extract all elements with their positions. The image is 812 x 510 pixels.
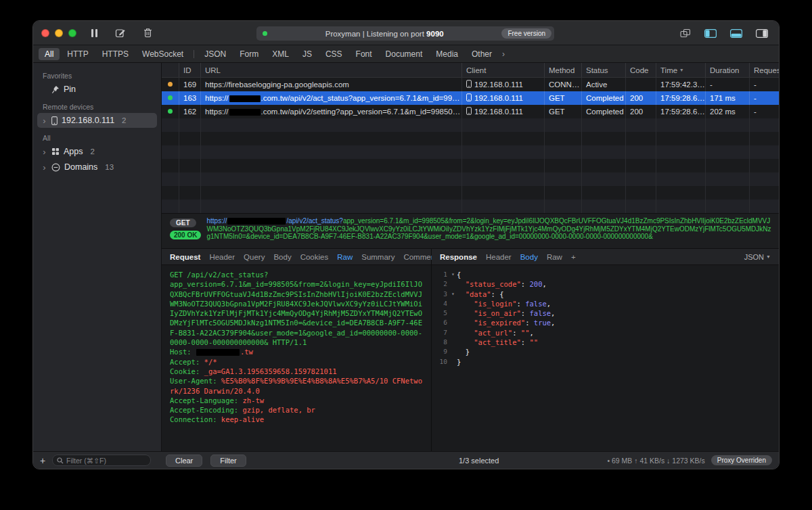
sidebar-filter-field[interactable]	[52, 455, 151, 466]
header-value: _ga=GA1.3.1956359658.1597821011	[204, 367, 337, 375]
response-tab-body[interactable]: Body	[520, 253, 538, 261]
request-tab-summary[interactable]: Summary	[361, 253, 394, 261]
response-tab-add[interactable]: +	[571, 253, 576, 261]
main-area: IDURLClientMethodStatusCodeTime▾Duration…	[162, 63, 779, 451]
filter-input[interactable]	[66, 457, 146, 465]
header-name: Connection:	[170, 415, 221, 423]
header-name: Accept-Encoding:	[170, 406, 242, 414]
toggle-right-panel-icon[interactable]	[756, 29, 768, 38]
minimize-window-button[interactable]	[55, 29, 63, 37]
device-count-badge: 2	[122, 116, 126, 124]
format-selector-dropdown[interactable]: JSON▼	[744, 253, 771, 261]
selection-info: 1/3 selected	[459, 457, 499, 465]
filter-button[interactable]: Filter	[210, 455, 246, 467]
sidebar-item-apps[interactable]: › Apps 2	[37, 144, 157, 159]
status-code-badge: 200 OK	[170, 231, 201, 239]
table-row-162[interactable]: 162https://.com.tw/api/v2/setting?app_ve…	[162, 105, 779, 118]
table-row-169[interactable]: 169https://firebaselogging-pa.googleapis…	[162, 78, 779, 91]
line-number: 1	[434, 270, 449, 279]
toggle-bottom-panel-icon[interactable]	[730, 29, 742, 38]
filter-tab-form[interactable]: Form	[233, 48, 265, 60]
column-header-time[interactable]: Time▾	[656, 63, 706, 77]
request-tab-request[interactable]: Request	[170, 253, 200, 261]
column-header-status[interactable]: Status	[582, 63, 626, 77]
filter-tab-websocket[interactable]: WebSocket	[136, 48, 189, 60]
request-tab-raw[interactable]: Raw	[337, 253, 353, 261]
column-header-client[interactable]: Client	[462, 63, 545, 77]
sidebar-item-pin[interactable]: Pin	[37, 82, 157, 97]
sidebar-item-domains[interactable]: › Domains 13	[37, 160, 157, 175]
request-tab-header[interactable]: Header	[209, 253, 235, 261]
collapse-arrow-icon[interactable]: ▾	[449, 289, 457, 299]
json-token: :	[521, 338, 530, 347]
column-header-id[interactable]: ID	[179, 63, 201, 77]
request-tab-body[interactable]: Body	[273, 253, 291, 261]
filter-tab-font[interactable]: Font	[350, 48, 378, 60]
column-header-method[interactable]: Method	[545, 63, 582, 77]
filter-tab-https[interactable]: HTTPS	[96, 48, 135, 60]
response-tab-response[interactable]: Response	[440, 253, 477, 261]
status-dot-cell	[162, 105, 179, 118]
filter-tab-document[interactable]: Document	[380, 48, 429, 60]
pin-label: Pin	[64, 85, 76, 94]
table-empty-row	[162, 172, 779, 186]
column-header-request[interactable]: Request	[750, 63, 779, 77]
row-url: https://firebaselogging-pa.googleapis.co…	[201, 78, 462, 91]
close-window-button[interactable]	[41, 29, 49, 37]
pause-capture-icon[interactable]	[91, 29, 97, 37]
gutter-spacer	[449, 308, 457, 318]
column-header-url[interactable]: URL	[201, 63, 462, 77]
clear-button[interactable]: Clear	[166, 455, 202, 467]
filter-tab-all[interactable]: All	[39, 48, 60, 60]
request-tab-cookies[interactable]: Cookies	[300, 253, 329, 261]
disclosure-chevron-icon[interactable]: ›	[41, 147, 47, 156]
gutter-spacer	[449, 318, 457, 327]
collapse-arrow-icon[interactable]: ▾	[449, 270, 457, 279]
json-token: :	[517, 299, 526, 308]
request-line: GET /api/v2/act_status?	[170, 270, 423, 279]
window-title-pill: Proxyman | Listening on port 9090 Free v…	[256, 26, 554, 41]
compose-request-icon[interactable]	[115, 28, 126, 39]
trash-icon[interactable]	[143, 28, 152, 38]
filter-tab-media[interactable]: Media	[430, 48, 464, 60]
row-id: 163	[179, 91, 201, 105]
filter-tab-css[interactable]: CSS	[319, 48, 348, 60]
response-tab-header[interactable]: Header	[486, 253, 512, 261]
filter-tab-js[interactable]: JS	[296, 48, 318, 60]
request-tab-query[interactable]: Query	[244, 253, 265, 261]
titlebar: Proxyman | Listening on port 9090 Free v…	[33, 21, 779, 45]
new-window-icon[interactable]	[680, 28, 691, 38]
line-number: 6	[434, 318, 449, 327]
row-id: 162	[179, 105, 201, 118]
json-token: true	[534, 318, 551, 327]
table-row-163[interactable]: 163https://.com.tw/api/v2/act_status?app…	[162, 91, 779, 105]
json-token	[457, 299, 474, 308]
response-tab-raw[interactable]: Raw	[547, 253, 562, 261]
filter-tab-json[interactable]: JSON	[198, 48, 232, 60]
proxy-overridden-badge[interactable]: Proxy Overriden	[711, 455, 772, 465]
gutter-spacer	[449, 299, 457, 308]
column-header-duration[interactable]: Duration	[706, 63, 750, 77]
disclosure-chevron-icon[interactable]: ›	[41, 116, 47, 125]
json-token: ,	[530, 328, 534, 338]
tabs-overflow-chevron-icon[interactable]: ›	[499, 48, 508, 60]
listening-status-dot	[263, 31, 267, 36]
disclosure-chevron-icon[interactable]: ›	[41, 163, 47, 172]
json-token: :	[525, 318, 534, 327]
window-body: Favorites Pin Remote devices › 192.168.0…	[33, 63, 779, 451]
sidebar-item-device-192-168-0-111[interactable]: › 192.168.0.111 2	[37, 113, 157, 128]
column-header-code[interactable]: Code	[626, 63, 656, 77]
request-header-line: Accept-Encoding: gzip, deflate, br	[170, 405, 423, 415]
filter-tab-http[interactable]: HTTP	[61, 48, 94, 60]
row-request: -	[750, 91, 779, 105]
json-line: 4 "is_login": false,	[434, 299, 775, 308]
zoom-window-button[interactable]	[68, 29, 76, 37]
filter-tab-xml[interactable]: XML	[266, 48, 295, 60]
traffic-table: IDURLClientMethodStatusCodeTime▾Duration…	[162, 63, 779, 213]
domains-count-badge: 13	[105, 163, 114, 171]
toggle-left-panel-icon[interactable]	[704, 29, 717, 38]
sort-indicator-icon: ▾	[680, 63, 683, 77]
filter-tab-other[interactable]: Other	[466, 48, 498, 60]
add-filter-button[interactable]: +	[40, 455, 52, 466]
remote-devices-section-label: Remote devices	[43, 103, 161, 111]
